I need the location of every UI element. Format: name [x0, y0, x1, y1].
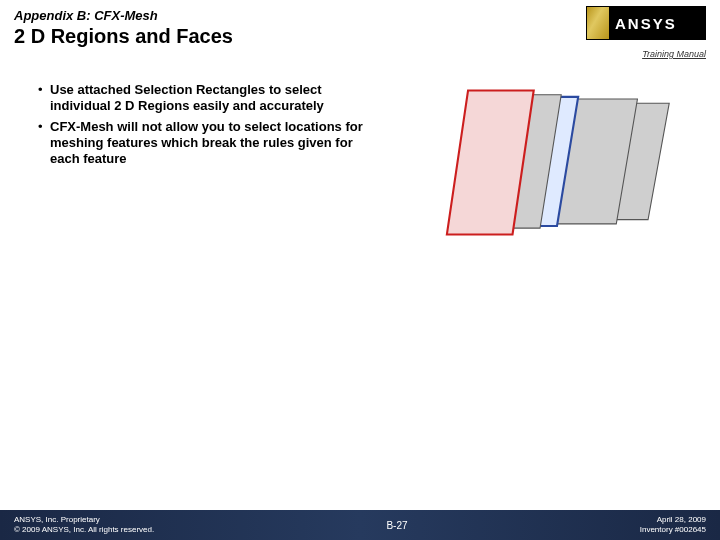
- ansys-logo: ANSYS: [586, 6, 706, 40]
- bullet-list: Use attached Selection Rectangles to sel…: [38, 82, 378, 262]
- footer-inventory: Inventory #002645: [640, 525, 706, 535]
- footer-bar: ANSYS, Inc. Proprietary © 2009 ANSYS, In…: [0, 510, 720, 540]
- logo-swoosh-icon: [587, 7, 609, 39]
- logo-text: ANSYS: [609, 15, 677, 32]
- selection-rectangles-icon: [408, 82, 706, 262]
- list-item: CFX-Mesh will not allow you to select lo…: [38, 119, 378, 168]
- footer-left: ANSYS, Inc. Proprietary © 2009 ANSYS, In…: [14, 515, 154, 534]
- footer-copyright: © 2009 ANSYS, Inc. All rights reserved.: [14, 525, 154, 535]
- regions-figure: [408, 82, 706, 262]
- footer-date: April 28, 2009: [640, 515, 706, 525]
- page-number: B-27: [386, 520, 407, 531]
- logo-block: ANSYS Training Manual: [586, 6, 706, 61]
- training-manual-label: Training Manual: [642, 49, 706, 59]
- footer-proprietary: ANSYS, Inc. Proprietary: [14, 515, 154, 525]
- list-item: Use attached Selection Rectangles to sel…: [38, 82, 378, 115]
- footer-right: April 28, 2009 Inventory #002645: [640, 515, 706, 534]
